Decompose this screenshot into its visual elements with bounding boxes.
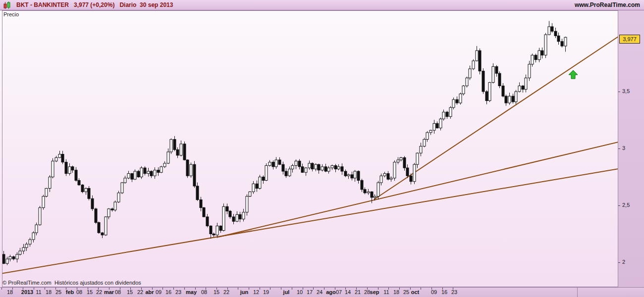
time-axis-day-label: 18 — [46, 289, 52, 295]
time-axis-day-label: 17 — [307, 289, 313, 295]
time-axis-day-label: 24 — [317, 289, 322, 295]
time-axis-month-label: mar — [104, 289, 114, 295]
time-axis-month-label: jul — [283, 289, 290, 295]
time-axis-tick — [281, 288, 281, 290]
time-axis-day-label: 18 — [7, 289, 13, 295]
time-axis-day-label: 23 — [175, 289, 181, 295]
price-axis-label: 3,5 — [622, 88, 630, 94]
price-axis-label: 2 — [622, 259, 625, 265]
time-axis-month-label: jun — [240, 289, 249, 295]
price-pane-label: Precio — [3, 11, 19, 17]
time-axis-tick — [249, 288, 249, 290]
time-axis-tick — [238, 288, 238, 290]
time-axis-day-label: 09 — [156, 289, 161, 295]
time-axis-day-label: 23 — [451, 289, 457, 295]
price-axis-label: 2,5 — [622, 202, 630, 208]
time-axis-divider — [577, 287, 578, 297]
time-axis-month-label: abr — [145, 289, 154, 295]
candlestick-icon — [3, 1, 11, 9]
time-axis-tick — [292, 288, 292, 290]
time-axis-day-label: 10 — [297, 289, 303, 295]
time-axis-tick — [303, 288, 303, 290]
time-axis-day-label: 12 — [253, 289, 259, 295]
time-axis-day-label: 22 — [137, 289, 143, 295]
time-axis-day-label: 22 — [96, 289, 102, 295]
time-axis-tick — [184, 288, 185, 290]
time-axis-tick — [399, 288, 400, 290]
prorealtime-chart-window: BKT - BANKINTER 3,977 (+0,20%) Diario 30… — [0, 0, 644, 297]
time-axis-tick — [270, 288, 270, 290]
time-axis-day-label: 22 — [223, 289, 229, 295]
time-axis-tick — [313, 288, 314, 290]
time-axis-day-label: 07 — [336, 289, 342, 295]
time-axis-day-label: 25 — [403, 289, 409, 295]
time-axis-day-label: 14 — [345, 289, 351, 295]
time-axis-day-label: 25 — [55, 289, 61, 295]
time-axis-tick — [173, 288, 174, 290]
instrument-title: BKT - BANKINTER 3,977 (+0,20%) Diario 30… — [16, 1, 173, 8]
price-axis-tick — [618, 92, 620, 92]
time-axis-day-label: 08 — [115, 289, 121, 295]
website-link[interactable]: www.ProRealTime.com — [575, 1, 640, 8]
time-axis-tick — [34, 288, 34, 290]
time-axis-day-label: 11 — [383, 289, 389, 295]
time-axis-day-label: 16 — [165, 289, 171, 295]
price-axis-tick — [618, 148, 620, 149]
time-axis-tick — [45, 288, 45, 290]
time-axis-day-label: 09 — [431, 289, 437, 295]
time-axis-tick — [162, 288, 163, 290]
time-axis-tick — [1, 288, 2, 290]
time-axis-day-label: 18 — [393, 289, 399, 295]
time-axis-day-label: 16 — [441, 289, 447, 295]
time-axis-day-label: 28 — [364, 289, 370, 295]
time-axis-tick — [260, 288, 260, 290]
time-axis-day-label: 15 — [87, 289, 93, 295]
time-axis-month-label: 2013 — [21, 289, 33, 295]
time-axis-month-label: oct — [411, 289, 420, 295]
time-axis-tick — [421, 288, 421, 290]
price-axis-tick — [618, 205, 620, 206]
time-axis-month-label: may — [186, 289, 197, 295]
title-bar: BKT - BANKINTER 3,977 (+0,20%) Diario 30… — [0, 0, 644, 10]
chart-plot-area[interactable] — [2, 10, 618, 287]
time-axis-month-label: feb — [66, 289, 74, 295]
last-price-tag: 3,977 — [619, 35, 640, 44]
time-axis-day-label: 19 — [263, 289, 269, 295]
time-axis-day-label: 08 — [201, 289, 207, 295]
time-axis-day-label: 08 — [76, 289, 82, 295]
copyright-note: © ProRealTime.com Históricos ajustados c… — [2, 280, 141, 286]
time-axis-day-label: 15 — [127, 289, 133, 295]
time-axis-month-label: sep — [370, 289, 379, 295]
time-axis-day-label: 15 — [214, 289, 219, 295]
time-axis-day-label: 11 — [36, 289, 41, 295]
time-axis-tick — [324, 288, 324, 290]
price-axis-label: 3 — [622, 145, 625, 151]
time-axis-month-label: ago — [326, 289, 336, 295]
time-axis-day-label: 21 — [355, 289, 361, 295]
price-axis-tick — [618, 262, 620, 263]
